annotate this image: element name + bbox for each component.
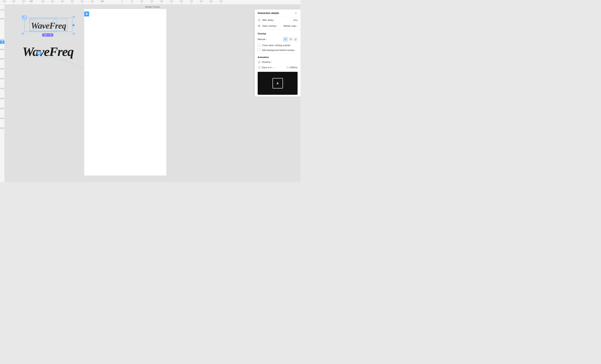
add-background-row: Add background behind overlay	[255, 48, 300, 52]
dissolve-chevron: ▾	[271, 61, 272, 63]
handle-bottom-right[interactable]	[73, 33, 75, 34]
mobile-frame	[84, 9, 167, 176]
ease-dropdown[interactable]: Ease in b... ▾	[262, 66, 275, 69]
ease-chevron: ▾	[274, 67, 275, 68]
open-overlay-row: Open overlay ▾ Mobile Logo ▾	[255, 23, 300, 29]
divider-2	[255, 53, 300, 53]
svg-line-23	[259, 20, 260, 20]
overlay-icon	[258, 24, 260, 27]
preview-box: A	[272, 78, 283, 88]
close-button[interactable]: ×	[294, 11, 298, 15]
after-delay-chevron: ▾	[274, 19, 275, 21]
preview-letter: A	[276, 82, 279, 85]
dissolve-row: Dissolve ▾	[255, 59, 300, 65]
panel-title: Interaction details	[258, 12, 279, 15]
duration-value[interactable]: 1000ms	[290, 66, 298, 69]
overlay-target-dropdown[interactable]: Mobile Logo ▾	[284, 25, 298, 27]
panel-header: Interaction details ×	[255, 10, 300, 17]
animation-section-label: Animation	[255, 54, 300, 59]
divider-1	[255, 30, 300, 30]
svg-rect-17	[38, 52, 39, 53]
overlay-section-label: Overlay	[255, 31, 300, 36]
manual-dropdown[interactable]: Manual ▾	[258, 38, 267, 40]
overlay-controls-row: Manual ▾	[255, 36, 300, 43]
interaction-panel: Interaction details × After delay ▾ 1ms …	[255, 10, 300, 97]
dissolve-icon	[258, 60, 260, 63]
svg-rect-27	[285, 39, 286, 40]
svg-rect-18	[39, 52, 40, 53]
after-delay-value[interactable]: 1ms	[293, 19, 298, 21]
manual-label: Manual	[258, 38, 265, 40]
ruler-left: 1762180019001950200020502100215022002250…	[0, 5, 5, 182]
duration-group: 1000ms	[287, 66, 298, 69]
animation-preview: A	[258, 72, 298, 95]
dissolve-label: Dissolve	[262, 61, 270, 63]
ruler-top: -600-550-500-460-400-350-300-250-200-150…	[0, 0, 300, 5]
pos-full-button[interactable]	[293, 37, 298, 41]
clock-icon	[258, 19, 260, 21]
manual-chevron: ▾	[266, 38, 267, 40]
svg-rect-25	[259, 26, 260, 26]
svg-line-37	[288, 67, 288, 68]
mobile-screen-label: Mobile Screen	[145, 6, 160, 8]
overlay-positions	[283, 37, 298, 41]
svg-rect-20	[39, 53, 40, 54]
svg-rect-19	[38, 53, 39, 54]
handle-bottom-left[interactable]	[22, 33, 24, 34]
add-background-label: Add background behind overlay	[262, 49, 294, 51]
open-overlay-chevron: ▾	[276, 25, 277, 27]
overlay-target-chevron: ▾	[297, 25, 298, 27]
open-overlay-label: Open overlay	[262, 25, 276, 27]
svg-point-33	[259, 62, 260, 62]
pos-center-button[interactable]	[283, 37, 288, 41]
close-outside-label: Close when clicking outside	[262, 44, 290, 47]
wavefreq-body-text: WaveFreq	[22, 44, 74, 59]
add-background-checkbox[interactable]	[258, 49, 260, 51]
ease-icon	[258, 66, 260, 69]
after-delay-label: After delay	[262, 19, 273, 21]
ease-in-label: Ease in b...	[262, 66, 273, 69]
timer-icon	[287, 66, 289, 69]
after-delay-dropdown[interactable]: After delay ▾	[262, 19, 275, 21]
play-button[interactable]	[84, 11, 89, 17]
close-outside-checkbox[interactable]	[258, 44, 260, 47]
open-overlay-dropdown[interactable]: Open overlay ▾	[262, 25, 277, 27]
component-icon-second[interactable]	[37, 51, 41, 55]
close-outside-row: Close when clicking outside	[255, 43, 300, 48]
after-delay-row: After delay ▾ 1ms	[255, 17, 300, 23]
handle-middle-right[interactable]	[72, 24, 75, 26]
svg-rect-31	[295, 39, 296, 40]
ease-duration-row: Ease in b... ▾ 1000ms	[255, 65, 300, 70]
dissolve-dropdown[interactable]: Dissolve ▾	[262, 61, 272, 63]
size-badge: 360 × 90	[42, 33, 53, 37]
ruler-highlight-1852: 1852	[0, 40, 5, 44]
selection-box	[23, 17, 74, 33]
handle-top-left[interactable]	[22, 16, 24, 18]
svg-rect-29	[291, 38, 291, 40]
pos-right-button[interactable]	[288, 37, 292, 41]
handle-top-right[interactable]	[73, 16, 75, 18]
overlay-target-value: Mobile Logo	[284, 25, 296, 27]
